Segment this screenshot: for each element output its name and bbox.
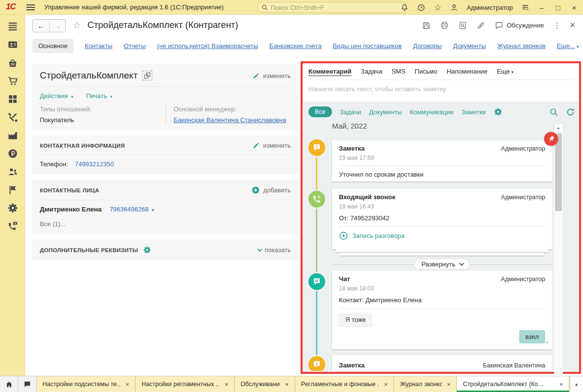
show-attributes-button[interactable]: показать bbox=[257, 246, 291, 254]
discussion-button[interactable]: Обсуждение bbox=[495, 21, 544, 30]
actions-menu[interactable]: Действия ▾ bbox=[40, 92, 73, 100]
item-author: Администратор bbox=[501, 276, 545, 283]
favorite-star-icon[interactable]: ☆ bbox=[73, 20, 81, 31]
tab-documents[interactable]: Документы bbox=[453, 42, 486, 50]
composer-tab-more[interactable]: Еще▾ bbox=[497, 68, 514, 75]
timeline-item-chat[interactable]: Чат Администратор 18 мая 18:03 Контакт: … bbox=[332, 271, 552, 349]
print-preview-icon[interactable] bbox=[458, 21, 467, 30]
filter-communications[interactable]: Коммуникации bbox=[410, 108, 453, 116]
expand-button[interactable]: Развернуть bbox=[414, 259, 470, 270]
contact-person-phone[interactable]: 79636496268 ▾ bbox=[110, 206, 154, 213]
window-tab[interactable]: Регламентные и фоновые ...× bbox=[295, 376, 394, 392]
timeline-item-call[interactable]: Входящий звонок Администратор 19 мая 16:… bbox=[332, 189, 552, 249]
sidebar-menu-icon[interactable] bbox=[7, 21, 18, 32]
back-button[interactable]: ← bbox=[33, 20, 49, 32]
refresh-icon[interactable] bbox=[566, 107, 575, 117]
add-contact-person-button[interactable]: добавить bbox=[251, 186, 291, 194]
window-tab-active[interactable]: СтройдетальКомплект (Ко...× bbox=[457, 376, 569, 392]
gear-icon[interactable] bbox=[143, 246, 151, 254]
sidebar-purchases-icon[interactable] bbox=[7, 76, 18, 86]
sidebar-settings-icon[interactable] bbox=[7, 203, 18, 213]
comment-input[interactable] bbox=[308, 80, 573, 93]
tab-main[interactable]: Основное bbox=[32, 39, 74, 53]
sidebar-production-icon[interactable] bbox=[7, 130, 18, 141]
phone-link[interactable]: 74993212350 bbox=[75, 160, 114, 168]
sidebar-sales-icon[interactable] bbox=[7, 57, 18, 68]
composer-tab-reminder[interactable]: Напоминание bbox=[446, 68, 487, 75]
window-tab[interactable]: Обслуживание× bbox=[235, 376, 295, 392]
tab-contacts[interactable]: Контакты bbox=[85, 42, 112, 50]
global-search[interactable] bbox=[258, 2, 405, 13]
tab-more[interactable]: Еще...▾ bbox=[556, 42, 579, 50]
sidebar-company-icon[interactable] bbox=[7, 184, 18, 195]
composer-tab-letter[interactable]: Письмо bbox=[415, 68, 437, 75]
tab-contracts[interactable]: Договоры bbox=[413, 42, 442, 50]
home-button[interactable] bbox=[0, 376, 18, 392]
composer-tab-comment[interactable]: Комментарий bbox=[308, 68, 352, 75]
global-search-input[interactable] bbox=[271, 4, 402, 11]
tab-bank-accounts[interactable]: Банковские счета bbox=[269, 42, 321, 50]
filter-notes[interactable]: Заметки bbox=[461, 108, 486, 116]
notifications-bell-icon[interactable] bbox=[400, 3, 409, 12]
composer-tab-sms[interactable]: SMS bbox=[391, 68, 405, 75]
edit-button[interactable]: изменить bbox=[252, 72, 291, 79]
timeline-item-note[interactable]: Заметка Бакинская Валентина bbox=[332, 355, 552, 371]
filter-settings-gear-icon[interactable] bbox=[494, 107, 502, 116]
search-icon[interactable] bbox=[549, 107, 558, 117]
close-tab-icon[interactable]: × bbox=[126, 381, 130, 388]
contact-person-name[interactable]: Дмитриенко Елена bbox=[40, 206, 102, 213]
more-actions-icon[interactable]: ⋮ bbox=[553, 21, 560, 30]
timeline-item-note[interactable]: Заметка Администратор 19 мая 17:59 Уточн… bbox=[332, 140, 552, 182]
timeline-scrollbar[interactable]: ▲ ▼ bbox=[554, 124, 563, 392]
window-tab[interactable]: Журнал звонков× bbox=[394, 376, 457, 392]
tab-settlements[interactable]: (не используется) Взаиморасчеты bbox=[157, 42, 258, 50]
manager-link[interactable]: Бакинская Валентина Станиславовна bbox=[174, 116, 286, 124]
close-tab-icon[interactable]: × bbox=[224, 381, 228, 388]
close-tab-icon[interactable]: × bbox=[559, 381, 563, 388]
save-icon[interactable] bbox=[422, 21, 431, 30]
current-user[interactable]: Администратор bbox=[467, 4, 513, 11]
open-in-list-icon[interactable] bbox=[142, 71, 152, 80]
service-menu-icon[interactable] bbox=[521, 3, 529, 12]
item-author: Администратор bbox=[501, 145, 545, 152]
pinned-note-button[interactable] bbox=[544, 132, 558, 146]
filter-documents[interactable]: Документы bbox=[369, 108, 402, 116]
window-tab[interactable]: Настройки подсистемы те...× bbox=[37, 376, 136, 392]
tab-reports[interactable]: Отчеты bbox=[124, 42, 146, 50]
sidebar-warehouse-icon[interactable] bbox=[7, 94, 18, 105]
close-window-button[interactable]: × bbox=[570, 4, 578, 11]
print-menu[interactable]: Печать ▾ bbox=[86, 92, 112, 100]
close-tab-icon[interactable]: × bbox=[384, 381, 388, 388]
close-form-button[interactable]: × bbox=[570, 20, 575, 30]
all-persons-link[interactable]: Все (1)... bbox=[40, 220, 291, 228]
discussions-button[interactable] bbox=[18, 376, 36, 392]
sidebar-telephony-icon[interactable] bbox=[7, 221, 18, 232]
scroll-up-button[interactable]: ▲ bbox=[554, 124, 563, 132]
filter-all[interactable]: Все bbox=[308, 106, 332, 117]
scrollbar-thumb[interactable] bbox=[555, 133, 562, 211]
window-tab[interactable]: Настройки регламентных ...× bbox=[136, 376, 235, 392]
history-icon[interactable] bbox=[417, 3, 425, 12]
call-record-link[interactable]: Запись разговора bbox=[339, 231, 545, 240]
tabs-overflow-button[interactable]: ▲ bbox=[570, 376, 583, 392]
get-link-icon[interactable] bbox=[476, 21, 485, 30]
maximize-button[interactable]: □ bbox=[554, 4, 562, 11]
sidebar-personnel-icon[interactable] bbox=[7, 166, 18, 177]
close-tab-icon[interactable]: × bbox=[285, 381, 289, 388]
sidebar-works-icon[interactable] bbox=[7, 112, 18, 123]
user-icon[interactable] bbox=[450, 3, 458, 12]
tab-call-log[interactable]: Журнал звонков bbox=[497, 42, 545, 50]
favorites-star-icon[interactable]: ☆ bbox=[434, 3, 442, 12]
composer-tab-task[interactable]: Задача bbox=[361, 68, 383, 75]
main-menu-icon[interactable] bbox=[27, 4, 35, 10]
close-tab-icon[interactable]: × bbox=[447, 381, 451, 388]
forward-button[interactable]: → bbox=[49, 20, 65, 32]
tab-supplier-prices[interactable]: Виды цен поставщиков bbox=[333, 42, 401, 50]
sidebar-crm-icon[interactable] bbox=[7, 39, 18, 50]
filter-tasks[interactable]: Задачи bbox=[340, 108, 361, 116]
open-windows-bar: Настройки подсистемы те...× Настройки ре… bbox=[0, 376, 583, 392]
minimize-button[interactable]: – bbox=[538, 4, 546, 11]
sidebar-money-icon[interactable] bbox=[7, 148, 18, 159]
edit-contact-info-button[interactable]: изменить bbox=[252, 142, 291, 149]
print-icon[interactable] bbox=[440, 21, 449, 30]
